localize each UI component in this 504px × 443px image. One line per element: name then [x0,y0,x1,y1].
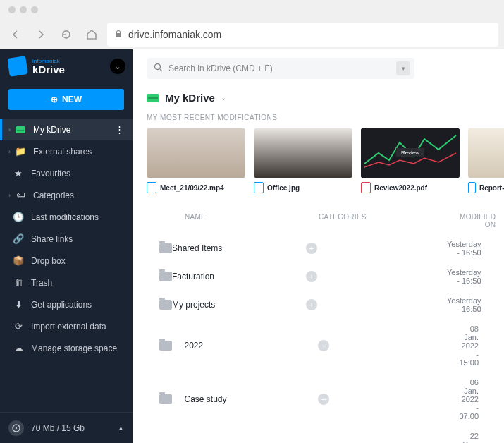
row-modified: 06 Jan. 2022 - 07:00 [459,378,479,420]
sidebar-item-last-modifications[interactable]: 🕒Last modifications [0,206,133,228]
sidebar-item-external-shares[interactable]: ›📁External shares [0,140,133,162]
new-button[interactable]: ⊕ NEW [8,89,124,110]
cloud-icon: ☁ [13,343,24,353]
folder-icon [159,272,172,281]
chevron-down-icon: ⌄ [221,94,226,102]
main-content: Search in kDrive (CMD + F) ▾ My kDrive ⌄… [133,49,504,443]
sidebar-item-label: Last modifications [31,212,99,222]
thumbnail [147,128,245,178]
sidebar-item-categories[interactable]: ›🏷Categories [0,184,133,206]
table-header: NAME CATEGORIES MODIFIED ON [147,207,504,234]
new-button-label: NEW [62,95,82,104]
folder-icon [159,300,172,310]
plus-icon: ⊕ [51,95,58,104]
window-max-dot[interactable] [31,6,38,13]
table-row[interactable]: Shared Items+Yesterday - 16:50 [147,234,504,262]
recent-row: Meet_21/09/22.mp4Office.jpgReviewReview2… [147,128,504,193]
recent-card[interactable]: Report-sales.jp [468,128,504,193]
disk-icon [8,420,24,436]
table-row[interactable]: Bank details.docx+22 Dec. 2021 - 14:38 [147,426,504,443]
row-name: Facturation [172,272,306,281]
add-category-button[interactable]: + [306,299,317,310]
brand-product: kDrive [32,64,65,75]
thumbnail [254,128,352,178]
brand: infomaniak kDrive ⌄ [0,49,133,83]
row-name: Case study [184,394,318,404]
row-name: 2022 [184,341,318,351]
chevron-up-icon: ▲ [118,425,124,432]
home-icon[interactable] [82,25,102,44]
sidebar-item-label: Manage storage space [31,344,117,353]
folder-icon [159,341,172,351]
add-category-button[interactable]: + [306,271,317,282]
folder-icon: 📁 [15,146,26,157]
browser-nav: drive.infomaniak.com [0,20,504,49]
sidebar-item-label: Import external data [31,322,106,332]
chevron-right-icon: › [8,192,11,199]
more-icon[interactable]: ⋮ [115,124,124,135]
trash-icon: 🗑 [13,277,24,288]
chevron-right-icon: › [8,126,11,133]
forward-icon[interactable] [31,25,51,44]
add-category-button[interactable]: + [318,340,329,351]
recent-card[interactable]: ReviewReview2022.pdf [361,128,460,193]
storage-indicator[interactable]: 70 Mb / 15 Gb ▲ [0,412,133,443]
window-close-dot[interactable] [8,6,16,13]
row-modified: Yesterday - 16:50 [447,268,481,285]
table-row[interactable]: Facturation+Yesterday - 16:50 [147,262,504,291]
add-category-button[interactable]: + [318,394,329,405]
file-name: Meet_21/09/22.mp4 [160,184,224,192]
svg-point-2 [155,64,161,70]
app-root: infomaniak kDrive ⌄ ⊕ NEW ›My kDrive⋮›📁E… [0,49,504,443]
sidebar-item-share-links[interactable]: 🔗Share links [0,228,133,250]
thumbnail: Review [361,128,460,178]
chevron-right-icon: › [8,148,11,155]
window-min-dot[interactable] [20,6,27,13]
svg-text:Review: Review [401,150,419,156]
sidebar-item-label: Trash [31,278,52,288]
folder-icon [159,243,172,253]
sidebar-item-label: Favourites [31,169,70,178]
table-row[interactable]: 2022+08 Jan. 2022 - 15:00 [147,319,504,372]
nav-list: ›My kDrive⋮›📁External shares★Favourites›… [0,119,133,412]
lock-icon [114,29,123,40]
search-input[interactable]: Search in kDrive (CMD + F) ▾ [147,58,414,79]
address-bar[interactable]: drive.infomaniak.com [107,23,498,47]
col-name-header[interactable]: NAME [185,213,319,229]
search-dropdown[interactable]: ▾ [396,61,410,75]
sidebar-item-label: Drop box [31,256,66,266]
recent-card[interactable]: Meet_21/09/22.mp4 [147,128,245,193]
recent-card[interactable]: Office.jpg [254,128,352,193]
table-row[interactable]: My projects+Yesterday - 16:50 [147,291,504,319]
add-category-button[interactable]: + [306,243,317,254]
thumbnail [468,128,504,178]
sidebar-item-my-kdrive[interactable]: ›My kDrive⋮ [0,119,133,140]
sidebar-item-get-applications[interactable]: ⬇Get applications [0,293,133,315]
folder-icon [159,394,172,404]
import-icon: ⟳ [13,321,24,332]
row-modified: Yesterday - 16:50 [447,296,481,313]
reload-icon[interactable] [56,25,76,44]
recent-section-label: MY MOST RECENT MODIFICATIONS [147,114,504,121]
table-row[interactable]: Case study+06 Jan. 2022 - 07:00 [147,372,504,426]
breadcrumb[interactable]: My kDrive ⌄ [147,92,504,104]
file-name: Review2022.pdf [374,184,427,192]
collapse-button[interactable]: ⌄ [110,59,125,74]
sidebar: infomaniak kDrive ⌄ ⊕ NEW ›My kDrive⋮›📁E… [0,49,133,443]
sidebar-item-drop-box[interactable]: 📦Drop box [0,250,133,272]
col-categories-header[interactable]: CATEGORIES [319,213,460,229]
storage-text: 70 Mb / 15 Gb [31,423,85,433]
box-icon: 📦 [13,255,24,266]
row-modified: Yesterday - 16:50 [447,240,481,257]
img-file-icon [254,182,264,193]
sidebar-item-label: External shares [33,147,92,157]
sidebar-item-manage-storage-space[interactable]: ☁Manage storage space [0,337,133,359]
col-modified-header[interactable]: MODIFIED ON [460,213,496,229]
sidebar-item-favourites[interactable]: ★Favourites [0,162,133,184]
back-icon[interactable] [6,25,25,44]
file-rows: Shared Items+Yesterday - 16:50Facturatio… [147,234,504,443]
sidebar-item-trash[interactable]: 🗑Trash [0,272,133,293]
row-modified: 22 Dec. 2021 - 14:38 [459,432,479,443]
sidebar-item-import-external-data[interactable]: ⟳Import external data [0,315,133,337]
window-controls [0,0,504,20]
